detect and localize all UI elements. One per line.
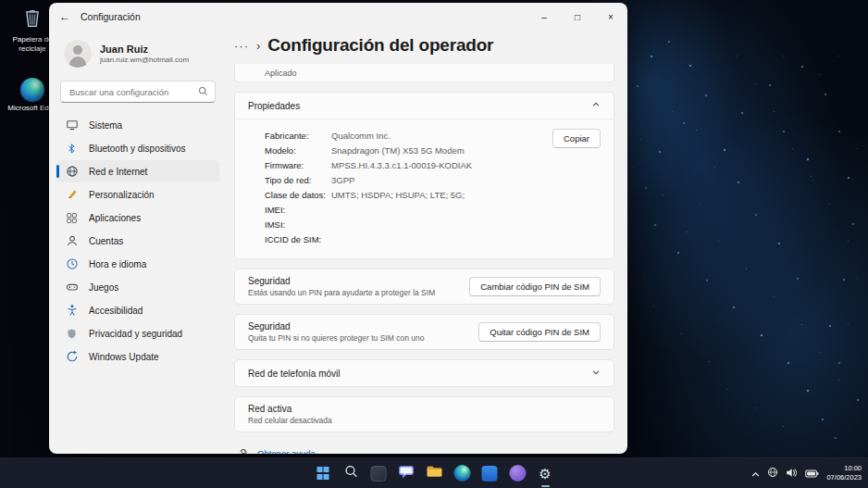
minimize-button[interactable]: – <box>527 3 561 31</box>
edge-button[interactable] <box>451 461 474 485</box>
security-remove-pin-card: Seguridad Quita tu PIN si no quieres pro… <box>234 314 614 350</box>
apps-grid-icon <box>65 211 79 225</box>
sidebar-item-hora-e-idioma[interactable]: Hora e idioma <box>56 253 219 275</box>
security-change-pin-card: Seguridad Estás usando un PIN para ayuda… <box>234 269 614 305</box>
blue-app-button[interactable] <box>478 461 502 485</box>
sidebar-item-juegos[interactable]: Juegos <box>56 276 219 298</box>
search-button[interactable] <box>340 461 363 485</box>
property-value: MPSS.HI.4.3.3.c1.1-00019-KODIAK <box>331 158 472 173</box>
user-profile[interactable]: Juan Ruiz juan.ruiz.wm@hotmail.com <box>56 32 219 75</box>
sidebar-item-red-e-internet[interactable]: Red e Internet <box>56 160 219 182</box>
sidebar-item-label: Juegos <box>89 282 118 293</box>
property-label: Fabricante: <box>265 129 331 144</box>
property-value: UMTS; HSDPA; HSUPA; LTE; 5G; <box>331 188 465 203</box>
sidebar-item-cuentas[interactable]: Cuentas <box>56 230 219 252</box>
accessibility-icon <box>65 304 79 318</box>
sidebar-item-accesibilidad[interactable]: Accesibilidad <box>56 299 219 321</box>
monitor-icon <box>65 119 79 132</box>
settings-scroll-area[interactable]: Aplicado Propiedades Fabricante:Qualcomm… <box>234 64 614 454</box>
settings-gear-icon: ⚙ <box>539 467 551 481</box>
gamepad-icon <box>65 281 79 294</box>
shield-icon <box>65 327 79 341</box>
applied-status-card: Aplicado <box>234 64 614 82</box>
property-label: Firmware: <box>265 158 331 173</box>
update-icon <box>65 350 79 364</box>
property-value: 3GPP <box>331 173 354 188</box>
property-label: ICCID de SIM: <box>265 232 331 247</box>
active-network-card: Red activa Red celular desactivada <box>234 396 614 432</box>
bluetooth-icon <box>65 142 79 156</box>
property-row: Clase de datos:UMTS; HSDPA; HSUPA; LTE; … <box>265 188 601 203</box>
blue-app-icon <box>482 466 498 482</box>
main-content: ··· › Configuración del operador Aplicad… <box>227 31 627 454</box>
sidebar-item-label: Personalización <box>89 190 155 200</box>
volume-icon[interactable] <box>786 465 798 482</box>
property-label: Clase de datos: <box>265 188 331 203</box>
search-box[interactable] <box>60 81 216 103</box>
file-explorer-button[interactable] <box>423 461 446 485</box>
sidebar-item-privacidad[interactable]: Privacidad y seguridad <box>56 322 219 344</box>
dark-app-button[interactable] <box>367 461 391 485</box>
screen: Papelera de reciclaje Microsoft Edge ← C… <box>0 0 868 488</box>
sidebar-item-personalizacion[interactable]: Personalización <box>56 183 219 206</box>
back-button[interactable]: ← <box>49 3 81 31</box>
card-subtitle: Quita tu PIN si no quieres proteger tu S… <box>248 333 478 343</box>
sidebar: Juan Ruiz juan.ruiz.wm@hotmail.com Siste… <box>49 31 227 454</box>
chevron-right-icon: › <box>256 39 260 53</box>
tray-chevron-up-icon[interactable] <box>751 465 760 482</box>
property-row: Tipo de red:3GPP <box>265 173 601 188</box>
settings-app-button[interactable]: ⚙ <box>534 461 557 485</box>
change-sim-pin-button[interactable]: Cambiar código PIN de SIM <box>469 277 601 296</box>
card-title: Seguridad <box>248 321 478 332</box>
property-label: IMEI: <box>265 203 331 218</box>
start-button[interactable] <box>312 461 335 485</box>
sidebar-item-bluetooth[interactable]: Bluetooth y dispositivos <box>56 137 219 159</box>
recycle-bin-icon <box>20 6 44 33</box>
mobile-network-expander[interactable]: Red de telefonía móvil <box>234 359 614 387</box>
sidebar-item-label: Red e Internet <box>89 167 147 177</box>
get-help-link[interactable]: Obtener ayuda <box>238 444 614 454</box>
chevron-down-icon <box>591 368 601 379</box>
breadcrumb-ellipsis-button[interactable]: ··· <box>234 39 249 53</box>
property-label: Tipo de red: <box>265 173 331 188</box>
search-input[interactable] <box>69 87 192 97</box>
sidebar-item-label: Accesibilidad <box>89 306 143 316</box>
card-subtitle: Estás usando un PIN para ayudarte a prot… <box>248 288 469 297</box>
user-name: Juan Ruiz <box>100 44 189 56</box>
property-row: Fabricante:Qualcomm Inc. <box>265 129 601 144</box>
card-subtitle: Red celular desactivada <box>248 416 601 425</box>
user-email: juan.ruiz.wm@hotmail.com <box>100 56 189 64</box>
sidebar-item-sistema[interactable]: Sistema <box>56 114 219 136</box>
remove-sim-pin-button[interactable]: Quitar código PIN de SIM <box>478 322 601 342</box>
property-value: Snapdragon (TM) X53 5G Modem <box>331 144 465 158</box>
sidebar-item-label: Aplicaciones <box>89 213 141 223</box>
maximize-button[interactable]: □ <box>561 3 594 31</box>
taskbar-icons: ⚙ <box>312 458 557 488</box>
file-explorer-icon <box>426 465 442 482</box>
window-title: Configuración <box>81 11 141 22</box>
settings-window: ← Configuración – □ × Juan Ruiz juan.rui… <box>49 3 627 454</box>
titlebar: ← Configuración – □ × <box>49 3 627 31</box>
search-icon <box>198 83 208 100</box>
close-button[interactable]: × <box>594 3 627 31</box>
wallpaper-particles-dim <box>0 0 1 1</box>
footer-links: Obtener ayuda Enviar comentarios <box>234 444 614 454</box>
taskbar: ⚙ 10:00 07/06/2023 <box>0 457 868 488</box>
window-body: Juan Ruiz juan.ruiz.wm@hotmail.com Siste… <box>49 31 627 454</box>
search-icon <box>344 465 357 482</box>
tray-date: 07/06/2023 <box>826 473 862 482</box>
purple-app-button[interactable] <box>506 461 529 485</box>
property-row: IMEI: <box>265 203 601 218</box>
clock[interactable]: 10:00 07/06/2023 <box>826 464 862 482</box>
properties-expander-header[interactable]: Propiedades <box>235 93 614 119</box>
purple-app-icon <box>509 465 526 482</box>
sidebar-item-windows-update[interactable]: Windows Update <box>56 345 219 368</box>
sidebar-item-aplicaciones[interactable]: Aplicaciones <box>56 206 219 229</box>
network-icon[interactable] <box>767 465 778 482</box>
battery-icon[interactable] <box>805 465 819 482</box>
chat-button[interactable] <box>395 461 418 485</box>
tray-time: 10:00 <box>826 464 862 473</box>
property-row: IMSI: <box>265 218 601 232</box>
copy-button[interactable]: Copiar <box>552 129 601 148</box>
sidebar-item-label: Hora e idioma <box>89 259 146 269</box>
